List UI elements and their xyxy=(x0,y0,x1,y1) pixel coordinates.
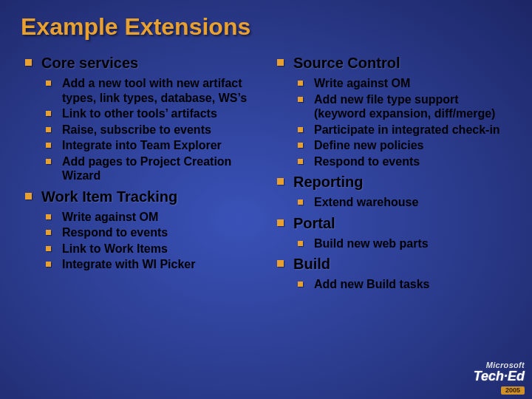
section-reporting: Reporting xyxy=(273,173,511,191)
list-item: Link to other tools’ artifacts xyxy=(46,106,259,121)
logo-year: 2005 xyxy=(501,386,525,395)
item-text: Respond to events xyxy=(62,226,168,239)
list-item: Add new Build tasks xyxy=(298,277,511,292)
list-item: Extend warehouse xyxy=(298,195,511,210)
bullet-icon xyxy=(298,97,303,102)
right-column: Source Control Write against OM Add new … xyxy=(273,54,511,296)
slide-title: Example Extensions xyxy=(21,13,511,41)
bullet-icon xyxy=(46,111,51,116)
section-heading: Source Control xyxy=(293,54,511,72)
section-heading: Portal xyxy=(293,214,511,232)
sublist-build: Add new Build tasks xyxy=(298,277,511,292)
item-text: Integrate into Team Explorer xyxy=(62,139,222,151)
sublist-portal: Build new web parts xyxy=(298,236,511,251)
item-text: Link to other tools’ artifacts xyxy=(62,107,217,120)
section-work-item-tracking: Work Item Tracking xyxy=(21,188,259,205)
bullet-icon xyxy=(46,159,51,164)
list-item: Integrate into Team Explorer xyxy=(46,138,259,153)
bullet-icon xyxy=(46,81,51,86)
item-text: Respond to events xyxy=(314,155,420,168)
sublist-work-item-tracking: Write against OM Respond to events Link … xyxy=(46,210,259,272)
item-text: Add new Build tasks xyxy=(314,278,429,290)
item-text: Extend warehouse xyxy=(314,196,418,208)
bullet-icon xyxy=(46,230,51,235)
bullet-icon xyxy=(298,159,303,164)
sublist-reporting: Extend warehouse xyxy=(298,195,511,210)
logo-product: Tech·Ed xyxy=(474,369,525,383)
list-item: Respond to events xyxy=(298,154,511,169)
item-text: Raise, subscribe to events xyxy=(62,123,211,136)
item-text: Define new policies xyxy=(314,139,423,151)
bullet-icon xyxy=(277,260,284,267)
bullet-icon xyxy=(277,178,284,185)
section-build: Build xyxy=(273,255,511,273)
list-item: Add pages to Project Creation Wizard xyxy=(46,154,259,183)
item-text: Link to Work Items xyxy=(62,242,168,255)
bullet-icon xyxy=(277,219,284,226)
section-heading: Build xyxy=(293,255,511,273)
item-text: Add a new tool with new artifact types, … xyxy=(62,77,247,104)
bullet-icon xyxy=(46,262,51,267)
bullet-icon xyxy=(46,127,51,132)
left-column: Core services Add a new tool with new ar… xyxy=(21,54,259,296)
section-portal: Portal xyxy=(273,214,511,232)
bullet-icon xyxy=(298,241,303,246)
list-item: Add new file type support (keyword expan… xyxy=(298,92,511,121)
sublist-core-services: Add a new tool with new artifact types, … xyxy=(46,76,259,183)
bullet-icon xyxy=(25,59,32,66)
bullet-icon xyxy=(277,59,284,66)
footer-logo: Microsoft Tech·Ed 2005 xyxy=(474,361,525,395)
bullet-icon xyxy=(25,193,32,200)
item-text: Build new web parts xyxy=(314,237,429,250)
list-item: Write against OM xyxy=(298,76,511,91)
bullet-icon xyxy=(298,143,303,148)
list-item: Integrate with WI Picker xyxy=(46,257,259,272)
item-text: Write against OM xyxy=(314,77,410,89)
list-item: Build new web parts xyxy=(298,236,511,251)
section-source-control: Source Control xyxy=(273,54,511,72)
bullet-icon xyxy=(298,282,303,287)
item-text: Integrate with WI Picker xyxy=(62,258,195,270)
content-columns: Core services Add a new tool with new ar… xyxy=(21,54,511,296)
section-core-services: Core services xyxy=(21,54,259,72)
list-item: Participate in integrated check-in xyxy=(298,123,511,137)
bullet-icon xyxy=(298,127,303,132)
item-text: Add pages to Project Creation Wizard xyxy=(62,155,231,183)
list-item: Link to Work Items xyxy=(46,242,259,256)
section-heading: Core services xyxy=(41,54,259,72)
item-text: Write against OM xyxy=(62,211,158,223)
section-heading: Work Item Tracking xyxy=(41,188,259,205)
bullet-icon xyxy=(298,81,303,86)
bullet-icon xyxy=(46,214,51,219)
list-item: Raise, subscribe to events xyxy=(46,123,259,137)
list-item: Add a new tool with new artifact types, … xyxy=(46,76,259,105)
slide: Example Extensions Core services Add a n… xyxy=(0,0,532,399)
item-text: Add new file type support (keyword expan… xyxy=(314,93,495,120)
list-item: Define new policies xyxy=(298,138,511,153)
list-item: Respond to events xyxy=(46,225,259,240)
section-heading: Reporting xyxy=(293,173,511,191)
bullet-icon xyxy=(298,200,303,205)
bullet-icon xyxy=(46,143,51,148)
list-item: Write against OM xyxy=(46,210,259,225)
item-text: Participate in integrated check-in xyxy=(314,123,500,136)
bullet-icon xyxy=(46,246,51,251)
sublist-source-control: Write against OM Add new file type suppo… xyxy=(298,76,511,168)
